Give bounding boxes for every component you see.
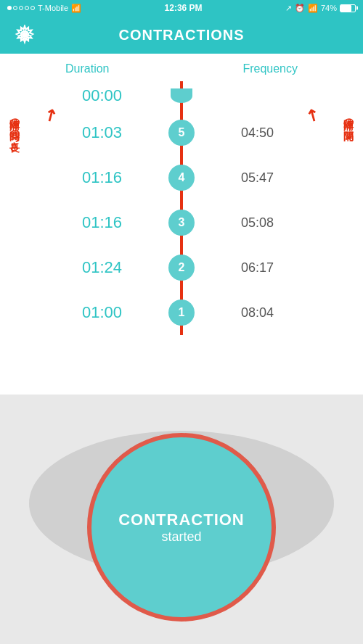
frequency-val-1: 08:04 <box>232 305 298 321</box>
location-icon: ↗ <box>285 4 292 13</box>
main-content: 陣痛の時間の長さ ↗ ↗ 陣痛の間隔 Duration Frequency 00… <box>0 54 363 395</box>
frequency-val-4: 05:47 <box>232 170 298 186</box>
battery-fill <box>340 5 351 12</box>
duration-val-4: 01:16 <box>65 168 131 187</box>
app-header: CONTRACTIONS <box>0 16 363 54</box>
node-1: 1 <box>168 300 195 326</box>
time-display: 12:36 PM <box>165 3 203 13</box>
signal-dots <box>7 6 35 10</box>
duration-val-2: 01:24 <box>65 258 131 277</box>
carrier-label: T-Mobile <box>38 4 68 12</box>
bottom-section: CONTRACTION started 🔔 4 <box>0 395 363 644</box>
frequency-val-5: 04:50 <box>232 125 298 141</box>
dot5 <box>30 6 35 10</box>
page-title: CONTRACTIONS <box>118 27 244 44</box>
frequency-val-2: 06:17 <box>232 260 298 276</box>
status-left: T-Mobile 📶 <box>7 4 81 13</box>
label-duration-japanese: 陣痛の時間の長さ <box>9 112 21 146</box>
node-2: 2 <box>168 255 195 281</box>
status-bar: T-Mobile 📶 12:36 PM ↗ ⏰ 📶 74% <box>0 0 363 16</box>
duration-val-1: 01:00 <box>65 303 131 322</box>
node-top <box>171 88 192 103</box>
dot1 <box>7 6 12 10</box>
duration-top: 00:00 <box>65 86 131 105</box>
frequency-val-3: 05:08 <box>232 215 298 231</box>
status-right: ↗ ⏰ 📶 74% <box>285 4 356 13</box>
node-5: 5 <box>168 120 195 146</box>
bluetooth-icon: 📶 <box>308 4 318 13</box>
node-4: 4 <box>168 165 195 191</box>
alarm-icon: ⏰ <box>295 4 305 13</box>
dot4 <box>25 6 29 10</box>
node-3: 3 <box>168 210 195 236</box>
wifi-icon: 📶 <box>71 4 81 13</box>
label-frequency-japanese: 陣痛の間隔 <box>342 112 354 123</box>
column-headers: Duration Frequency <box>0 54 363 75</box>
button-line1: CONTRACTION <box>118 511 245 529</box>
dot2 <box>13 6 17 10</box>
duration-val-5: 01:03 <box>65 123 131 142</box>
settings-button[interactable] <box>12 22 38 48</box>
gear-icon <box>15 25 35 45</box>
battery-percentage: 74% <box>321 4 337 12</box>
dot3 <box>19 6 23 10</box>
duration-header: Duration <box>65 62 109 75</box>
battery-bar <box>340 4 356 12</box>
frequency-header: Frequency <box>242 62 298 75</box>
duration-val-3: 01:16 <box>65 213 131 232</box>
contraction-button[interactable]: CONTRACTION started <box>87 433 276 622</box>
button-line2: started <box>161 529 201 545</box>
